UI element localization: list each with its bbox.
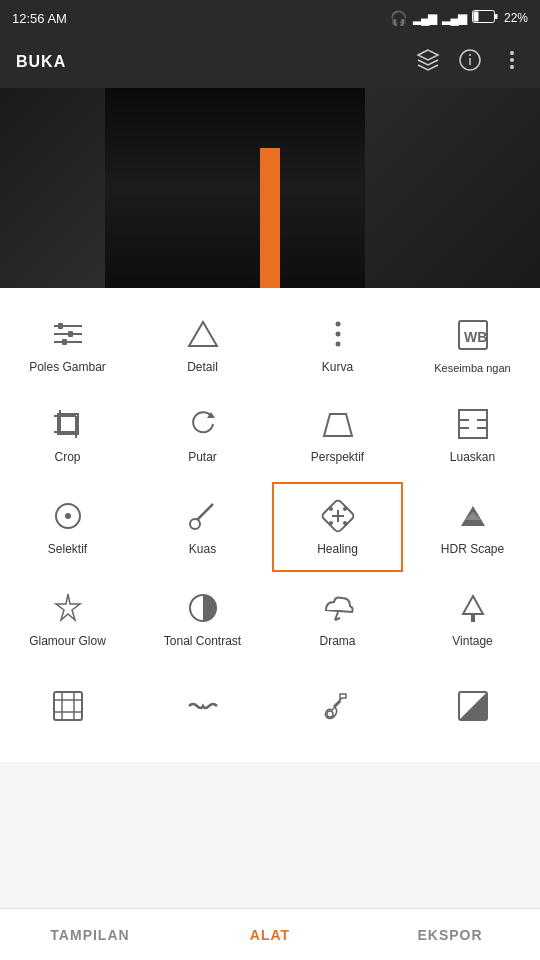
lamp-icon — [453, 588, 493, 628]
svg-rect-15 — [68, 331, 73, 337]
rotate-icon — [183, 404, 223, 444]
preview-area — [0, 88, 540, 288]
tool-glamour-glow[interactable]: Glamour Glow — [0, 574, 135, 664]
svg-point-7 — [510, 58, 514, 62]
healing-icon — [318, 496, 358, 536]
tool-hdr-scape[interactable]: HDR Scape — [405, 480, 540, 574]
tool-hdr-scape-label: HDR Scape — [441, 542, 504, 558]
top-bar-title: BUKA — [16, 53, 66, 71]
tool-drama[interactable]: Drama — [270, 574, 405, 664]
wb-icon: WB — [453, 315, 493, 355]
tool-crop-label: Crop — [54, 450, 80, 466]
svg-point-42 — [329, 507, 333, 511]
svg-marker-17 — [189, 322, 217, 346]
svg-point-59 — [327, 711, 333, 717]
triangle-icon — [183, 314, 223, 354]
perspective-icon — [318, 404, 358, 444]
svg-point-45 — [343, 507, 347, 511]
tool-tonal-contrast[interactable]: Tonal Contrast — [135, 574, 270, 664]
svg-point-6 — [510, 51, 514, 55]
status-right: 🎧 ▂▄▆ ▂▄▆ 22% — [390, 10, 528, 26]
dots-icon — [318, 314, 358, 354]
tool-kuas-label: Kuas — [189, 542, 216, 558]
svg-point-20 — [335, 342, 340, 347]
nav-alat[interactable]: ALAT — [180, 909, 360, 960]
tool-keseimbangan[interactable]: WB Keseimba ngan — [405, 300, 540, 390]
target-icon — [48, 496, 88, 536]
tools-grid: Poles Gambar Detail Kurva WB Keseimba ng… — [0, 300, 540, 754]
tool-perspektif-label: Perspektif — [311, 450, 364, 466]
status-time: 12:56 AM — [12, 11, 67, 26]
svg-point-18 — [335, 322, 340, 327]
mountain-icon — [453, 496, 493, 536]
tool-glamour-glow-label: Glamour Glow — [29, 634, 106, 650]
tool-putar[interactable]: Putar — [135, 390, 270, 480]
layers-icon[interactable] — [416, 48, 440, 77]
svg-text:WB: WB — [464, 329, 487, 345]
svg-rect-1 — [473, 12, 478, 22]
status-bar: 12:56 AM 🎧 ▂▄▆ ▂▄▆ 22% — [0, 0, 540, 36]
tool-luaskan-label: Luaskan — [450, 450, 495, 466]
bottom-nav: TAMPILAN ALAT EKSPOR — [0, 908, 540, 960]
bw-icon — [453, 686, 493, 726]
svg-marker-52 — [463, 596, 483, 614]
tool-putar-label: Putar — [188, 450, 217, 466]
tool-kurva[interactable]: Kurva — [270, 300, 405, 390]
battery-icon — [472, 10, 498, 26]
guitar-icon — [318, 686, 358, 726]
tool-healing-label: Healing — [317, 542, 358, 558]
signal-icon2: ▂▄▆ — [442, 11, 466, 25]
tool-tonal-contrast-label: Tonal Contrast — [164, 634, 241, 650]
tool-detail-label: Detail — [187, 360, 218, 376]
svg-rect-54 — [54, 692, 82, 720]
tools-area: Poles Gambar Detail Kurva WB Keseimba ng… — [0, 288, 540, 762]
tool-healing[interactable]: Healing — [272, 482, 403, 572]
battery-percent: 22% — [504, 11, 528, 25]
tool-vintage[interactable]: Vintage — [405, 574, 540, 664]
svg-marker-29 — [324, 414, 352, 436]
tool-luaskan[interactable]: Luaskan — [405, 390, 540, 480]
svg-point-36 — [65, 513, 71, 519]
tool-poles-gambar-label: Poles Gambar — [29, 360, 106, 376]
svg-rect-53 — [471, 614, 475, 622]
svg-line-37 — [197, 504, 213, 520]
svg-point-43 — [343, 521, 347, 525]
more-icon[interactable] — [500, 48, 524, 76]
tool-custom[interactable] — [270, 664, 405, 754]
tool-detail[interactable]: Detail — [135, 300, 270, 390]
top-bar: BUKA — [0, 36, 540, 88]
tool-film[interactable] — [0, 664, 135, 754]
svg-point-38 — [190, 519, 200, 529]
tool-crop[interactable]: Crop — [0, 390, 135, 480]
contrast-icon — [183, 588, 223, 628]
svg-rect-2 — [495, 14, 498, 19]
top-bar-icons — [416, 48, 524, 77]
tool-kurva-label: Kurva — [322, 360, 353, 376]
mustache-icon — [183, 686, 223, 726]
tool-poles-gambar[interactable]: Poles Gambar — [0, 300, 135, 390]
nav-tampilan[interactable]: TAMPILAN — [0, 909, 180, 960]
svg-rect-16 — [62, 339, 67, 345]
cloud-lightning-icon — [318, 588, 358, 628]
expand-icon — [453, 404, 493, 444]
tool-kuas[interactable]: Kuas — [135, 480, 270, 574]
svg-rect-30 — [459, 410, 487, 438]
svg-marker-61 — [459, 692, 487, 720]
tool-keseimbangan-label: Keseimba ngan — [434, 361, 510, 375]
crop-icon — [48, 404, 88, 444]
sliders-icon — [48, 314, 88, 354]
tool-vintage-label: Vintage — [452, 634, 492, 650]
brush-icon — [183, 496, 223, 536]
glamour-icon — [48, 588, 88, 628]
svg-point-5 — [469, 54, 471, 56]
svg-marker-48 — [56, 594, 80, 620]
film-grid-icon — [48, 686, 88, 726]
headphone-icon: 🎧 — [390, 10, 407, 26]
tool-perspektif[interactable]: Perspektif — [270, 390, 405, 480]
tool-selektif2[interactable] — [135, 664, 270, 754]
nav-ekspor[interactable]: EKSPOR — [360, 909, 540, 960]
tool-selektif[interactable]: Selektif — [0, 480, 135, 574]
preview-image — [0, 88, 540, 288]
info-icon[interactable] — [458, 48, 482, 76]
tool-bw[interactable] — [405, 664, 540, 754]
